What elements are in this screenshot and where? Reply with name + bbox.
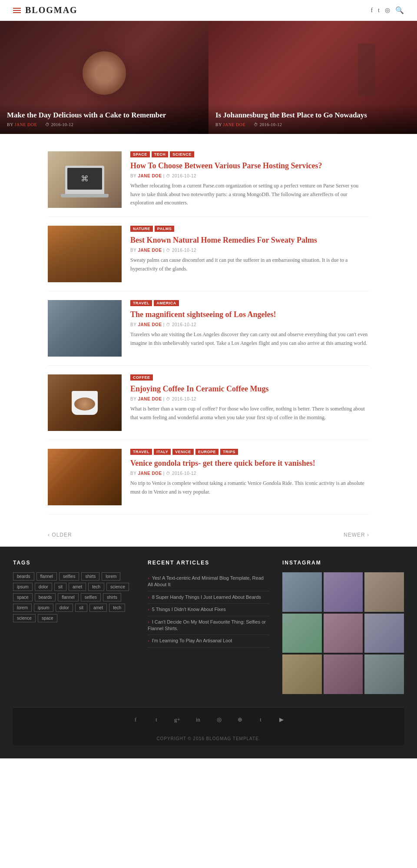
- article-date: 2016-10-12: [172, 322, 196, 327]
- footer-tag[interactable]: sit: [75, 604, 87, 612]
- social-pinterest-icon[interactable]: ⊕: [234, 714, 246, 726]
- footer-tag[interactable]: ipsum: [34, 604, 53, 612]
- footer-tag[interactable]: space: [13, 593, 33, 601]
- tag-nature[interactable]: NATURE: [130, 226, 153, 232]
- recent-article-item[interactable]: 5 Things I Didn't Know About Fixes: [148, 604, 269, 616]
- article-item: TRAVEL AMERICA The magnificent sightseei…: [48, 291, 369, 366]
- footer-tag[interactable]: beards: [35, 593, 56, 601]
- tags-row: TRAVEL ITALY VENICE EUROPE TRIPS: [130, 449, 369, 455]
- article-excerpt: Whether relocating from a current Parse.…: [130, 182, 369, 207]
- footer-tag[interactable]: ipsum: [13, 583, 33, 591]
- social-google-icon[interactable]: g+: [171, 714, 183, 726]
- footer-tag[interactable]: lorem: [13, 604, 32, 612]
- article-content: TRAVEL ITALY VENICE EUROPE TRIPS Venice …: [130, 449, 369, 505]
- article-thumbnail-nature: [48, 226, 122, 282]
- instagram-thumb[interactable]: [364, 572, 404, 612]
- article-meta: BY JANE DOE | ⏱ 2016-10-12: [130, 248, 369, 253]
- social-linkedin-icon[interactable]: in: [192, 714, 204, 726]
- article-title[interactable]: How To Choose Between Various Parse Host…: [130, 161, 369, 171]
- tag-trips[interactable]: TRIPS: [220, 449, 238, 455]
- footer-tag[interactable]: flannel: [36, 572, 57, 581]
- social-youtube-icon[interactable]: ▶: [275, 714, 288, 726]
- article-excerpt: What is better than a warm cup of coffee…: [130, 405, 369, 421]
- hero-author-left: BY JANE DOE: [7, 122, 40, 127]
- hero-title-right: Is Johannesburg the Best Place to Go Now…: [215, 110, 410, 120]
- tag-travel[interactable]: TRAVEL: [130, 300, 152, 306]
- tag-palms[interactable]: PALMS: [155, 226, 174, 232]
- tags-row: SPACE TECH SCIENCE: [130, 151, 369, 157]
- article-title[interactable]: Best Known Natural Home Remedies For Swe…: [130, 235, 369, 245]
- footer-tag[interactable]: lorem: [102, 572, 120, 581]
- hero-item-cake[interactable]: Make the Day Delicious with a Cake to Re…: [0, 21, 208, 134]
- article-title[interactable]: Enjoying Coffee In Ceramic Coffee Mugs: [130, 384, 369, 394]
- tag-europe[interactable]: EUROPE: [195, 449, 218, 455]
- recent-article-item[interactable]: I'm Learning To Play An Artisanal Loot: [148, 635, 269, 647]
- footer-tag[interactable]: dolor: [56, 604, 73, 612]
- footer-tag[interactable]: space: [38, 614, 57, 622]
- hero-item-johannesburg[interactable]: Is Johannesburg the Best Place to Go Now…: [208, 21, 417, 134]
- site-logo[interactable]: BLOGMAG: [25, 5, 78, 15]
- twitter-icon[interactable]: t: [378, 7, 380, 14]
- instagram-thumb[interactable]: [324, 614, 363, 653]
- footer-tag[interactable]: science: [106, 583, 129, 591]
- footer-tag[interactable]: science: [13, 614, 36, 622]
- instagram-thumb[interactable]: [282, 614, 322, 653]
- site-footer: TAGS beards flannel selfies shirts lorem…: [0, 547, 417, 758]
- article-content: NATURE PALMS Best Known Natural Home Rem…: [130, 226, 369, 282]
- tag-tech[interactable]: TECH: [152, 151, 169, 157]
- tag-coffee[interactable]: COFFEE: [130, 374, 153, 381]
- footer-tag[interactable]: dolor: [35, 583, 52, 591]
- instagram-thumb[interactable]: [282, 654, 322, 694]
- search-icon[interactable]: 🔍: [395, 6, 404, 14]
- instagram-thumb[interactable]: [364, 614, 404, 653]
- social-tumblr-icon[interactable]: t: [255, 714, 267, 726]
- footer-tag[interactable]: amet: [89, 604, 107, 612]
- coffee-cup-inner: [74, 397, 95, 411]
- hamburger-menu[interactable]: [13, 8, 21, 13]
- article-meta: BY JANE DOE | ⏱ 2016-10-12: [130, 471, 369, 476]
- tag-travel[interactable]: TRAVEL: [130, 449, 152, 455]
- instagram-thumb[interactable]: [324, 572, 363, 612]
- footer-tag[interactable]: shirts: [81, 572, 99, 581]
- footer-tag[interactable]: selfies: [59, 572, 79, 581]
- tag-space[interactable]: SPACE: [130, 151, 150, 157]
- article-title[interactable]: The magnificent sightseeing of Los Angel…: [130, 310, 369, 320]
- tag-america[interactable]: AMERICA: [154, 300, 179, 306]
- footer-tag[interactable]: selfies: [81, 593, 101, 601]
- recent-article-item[interactable]: Yes! A Text-centric And Minimal Blog Tem…: [148, 572, 269, 591]
- instagram-thumb[interactable]: [364, 654, 404, 694]
- facebook-icon[interactable]: f: [371, 7, 373, 14]
- social-instagram-icon[interactable]: ◎: [213, 714, 225, 726]
- social-twitter-icon[interactable]: t: [150, 714, 162, 726]
- footer-tag[interactable]: shirts: [103, 593, 121, 601]
- tag-italy[interactable]: ITALY: [154, 449, 171, 455]
- recent-article-item[interactable]: I Can't Decide On My Most Favourite Thin…: [148, 616, 269, 635]
- recent-article-item[interactable]: 8 Super Handy Things I Just Learned Abou…: [148, 591, 269, 604]
- instagram-thumb[interactable]: [282, 572, 322, 612]
- footer-tag[interactable]: beards: [13, 572, 34, 581]
- article-content: SPACE TECH SCIENCE How To Choose Between…: [130, 151, 369, 208]
- hero-section: Make the Day Delicious with a Cake to Re…: [0, 21, 417, 134]
- footer-instagram-col: INSTAGRAM: [282, 560, 404, 694]
- hero-date-left: ⏱ 2016-10-12: [45, 122, 77, 127]
- social-facebook-icon[interactable]: f: [129, 714, 142, 726]
- tag-venice[interactable]: VENICE: [172, 449, 194, 455]
- article-thumbnail-coffee: [48, 374, 122, 431]
- article-title[interactable]: Venice gondola trips- get there quick be…: [130, 458, 369, 468]
- article-thumbnail-tech: ⌘: [48, 151, 122, 208]
- footer-tag[interactable]: amet: [69, 583, 86, 591]
- tags-row: COFFEE: [130, 374, 369, 381]
- newer-link[interactable]: NEWER ›: [344, 532, 369, 538]
- footer-tag[interactable]: sit: [54, 583, 66, 591]
- instagram-icon[interactable]: ◎: [385, 7, 390, 14]
- coffee-cup-illustration: [72, 391, 98, 415]
- instagram-grid: [282, 572, 404, 694]
- footer-tag[interactable]: tech: [88, 583, 104, 591]
- footer-grid: TAGS beards flannel selfies shirts lorem…: [13, 560, 404, 707]
- header-right: f t ◎ 🔍: [371, 6, 404, 14]
- instagram-thumb[interactable]: [324, 654, 363, 694]
- older-link[interactable]: ‹ OLDER: [48, 532, 72, 538]
- tag-science[interactable]: SCIENCE: [170, 151, 194, 157]
- footer-tag[interactable]: flannel: [58, 593, 78, 601]
- footer-tag[interactable]: tech: [109, 604, 125, 612]
